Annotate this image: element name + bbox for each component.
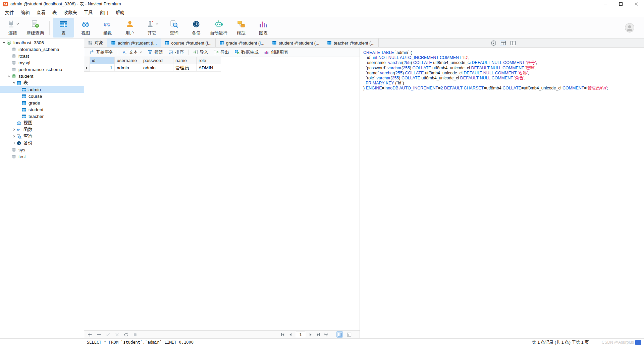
export-button[interactable]: 导出 [211, 49, 231, 56]
preview-grid-button[interactable] [500, 40, 506, 46]
last-page-button[interactable] [316, 332, 321, 337]
apply-changes-button[interactable] [106, 332, 110, 337]
discard-changes-button[interactable] [115, 332, 119, 337]
toolbar-user-button[interactable]: 用户 [119, 18, 141, 38]
menu-item-4[interactable]: 收藏夹 [60, 8, 81, 17]
sort-button[interactable]: 排序 [166, 49, 186, 56]
tree-item-backups-folder[interactable]: 备份 [0, 140, 84, 146]
tree-item-queries-folder[interactable]: 查询 [0, 133, 84, 140]
settings-button[interactable] [324, 332, 328, 337]
toolbar-other-button[interactable]: 其它 [141, 18, 163, 38]
toolbar-button-label: 查询 [170, 30, 178, 36]
cell-role[interactable]: ADMIN [197, 64, 221, 72]
first-page-button[interactable] [280, 332, 285, 337]
cell-name[interactable]: 管理员 [173, 64, 197, 72]
add-record-button[interactable] [88, 332, 92, 337]
record-navigation-bar [84, 330, 360, 338]
column-header-role[interactable]: role [197, 57, 221, 64]
tree-item-db-performance-schema[interactable]: performance_schema [0, 66, 84, 73]
toolbar-view-button[interactable]: 视图 [75, 18, 96, 38]
stop-button[interactable] [133, 332, 138, 337]
toolbar-automation-button[interactable]: 自动运行 [208, 18, 230, 38]
minimize-button[interactable] [598, 0, 613, 8]
tab-course[interactable]: course @student (l... [161, 39, 216, 47]
tree-item-tables-folder[interactable]: 表 [0, 79, 84, 86]
expander[interactable] [11, 128, 16, 132]
column-header-id[interactable]: id [90, 57, 115, 64]
tab-objects[interactable]: 对象 [84, 39, 107, 47]
data-generation-button[interactable]: 数据生成 [232, 49, 261, 56]
tree-item-label: student [29, 107, 43, 112]
tree-item-db-student[interactable]: student [0, 73, 84, 79]
grid-view-toggle[interactable] [336, 331, 343, 338]
toolbar-connection-button[interactable]: 连接 [2, 18, 23, 38]
column-header-password[interactable]: password [141, 57, 173, 64]
tree-item-table-admin[interactable]: admin [0, 86, 84, 93]
toolbar-backup-button[interactable]: 备份 [185, 18, 207, 38]
tab-grade[interactable]: grade @student (l... [216, 39, 268, 47]
create-chart-button[interactable]: 创建图表 [262, 49, 290, 56]
menu-item-5[interactable]: 工具 [80, 8, 96, 17]
user-avatar[interactable] [625, 23, 635, 33]
preview-form-button[interactable] [510, 40, 516, 46]
tree-item-table-student[interactable]: student [0, 106, 84, 113]
next-page-button[interactable] [308, 332, 313, 337]
form-view-toggle[interactable] [346, 331, 352, 338]
expander[interactable] [11, 134, 16, 138]
tree-item-functions-folder[interactable]: fx函数 [0, 126, 84, 133]
import-icon [193, 50, 198, 55]
tree-item-table-grade[interactable]: grade [0, 99, 84, 106]
tab-admin[interactable]: admin @student (l... [107, 39, 161, 47]
tab-teacher[interactable]: teacher @student (... [323, 39, 379, 47]
close-button[interactable] [629, 0, 644, 8]
text-mode-button[interactable]: A文本 [120, 49, 145, 56]
toolbar-function-button[interactable]: f(x)函数 [97, 18, 118, 38]
maximize-button[interactable] [613, 0, 629, 8]
tree-item-views-folder[interactable]: 视图 [0, 120, 84, 126]
column-header-username[interactable]: username [115, 57, 141, 64]
expander[interactable] [6, 74, 11, 78]
cell-id[interactable]: 1 [90, 64, 115, 72]
row-marker[interactable] [84, 64, 90, 72]
toolbar-chart-button[interactable]: 图表 [253, 18, 274, 38]
toolbar-query-button[interactable]: 查询 [163, 18, 185, 38]
tree-item-table-teacher[interactable]: teacher [0, 113, 84, 120]
cell-password[interactable]: admin [141, 64, 173, 72]
menu-item-3[interactable]: 表 [49, 8, 60, 17]
filter-button[interactable]: 筛选 [145, 49, 165, 56]
tree-item-label: 函数 [23, 127, 33, 133]
prev-page-button[interactable] [288, 332, 293, 337]
cell-username[interactable]: admin [115, 64, 141, 72]
svg-text:fx: fx [17, 128, 20, 132]
expander[interactable] [11, 81, 16, 85]
expander[interactable] [11, 141, 16, 145]
table-s-icon [327, 41, 332, 45]
tree-item-db-information-schema[interactable]: information_schema [0, 46, 84, 53]
menu-item-2[interactable]: 查看 [33, 8, 49, 17]
tree-item-db-sys[interactable]: sys [0, 146, 84, 153]
fx-s-icon: fx [16, 127, 21, 132]
tree-item-table-course[interactable]: course [0, 93, 84, 99]
tab-student[interactable]: student @student (... [268, 39, 323, 47]
page-number-input[interactable] [296, 332, 305, 337]
preview-info-button[interactable] [491, 40, 496, 46]
column-header-name[interactable]: name [173, 57, 197, 64]
delete-record-button[interactable] [97, 332, 101, 337]
expander[interactable] [1, 41, 6, 45]
menu-item-0[interactable]: 文件 [2, 8, 17, 17]
tab-label: admin @student (l... [118, 41, 157, 46]
tree-item-connection-localhost-3306[interactable]: localhost_3306 [0, 39, 84, 46]
tree-item-db-mysql[interactable]: mysql [0, 59, 84, 66]
menu-item-1[interactable]: 编辑 [17, 8, 33, 17]
begin-transaction-button[interactable]: 开始事务 [87, 49, 116, 56]
tree-item-db-itcast[interactable]: itcast [0, 53, 84, 59]
toolbar-new-query-button[interactable]: 新建查询 [24, 18, 46, 38]
tree-item-db-test[interactable]: test [0, 153, 84, 160]
menu-item-6[interactable]: 窗口 [96, 8, 112, 17]
refresh-button[interactable] [124, 332, 128, 337]
window-title: admin @student (localhost_3306) - 表 - Na… [10, 1, 121, 7]
toolbar-table-button[interactable]: 表 [53, 18, 74, 38]
menu-item-7[interactable]: 帮助 [112, 8, 128, 17]
import-button[interactable]: 导入 [191, 49, 211, 56]
toolbar-model-button[interactable]: 模型 [230, 18, 252, 38]
